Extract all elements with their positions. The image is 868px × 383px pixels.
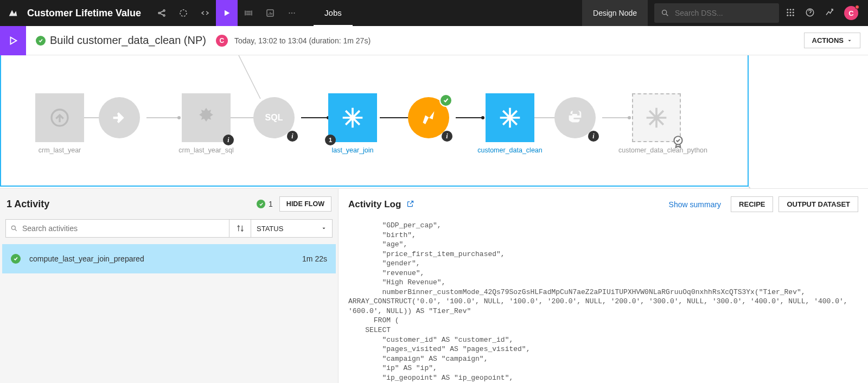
svg-point-15	[787, 14, 788, 16]
search-icon	[661, 9, 669, 17]
node-label: crm_last_year_sql	[168, 146, 244, 154]
recipe-prepare[interactable]: i	[399, 97, 458, 138]
info-badge-icon[interactable]: i	[287, 131, 298, 142]
activity-name: compute_last_year_join_prepared	[29, 254, 302, 263]
status-label: STATUS	[257, 225, 283, 233]
log-content[interactable]: "GDP_per_cap", "birth", "age", "price_fi…	[339, 215, 868, 383]
recipe-python[interactable]: i	[545, 97, 605, 138]
dataset-last-year-join[interactable]: 1 last_year_join	[315, 93, 391, 154]
run-icon[interactable]	[216, 0, 238, 26]
svg-point-14	[793, 11, 794, 13]
flow-canvas[interactable]: crm_last_year i crm_last_year_sql SQL i …	[0, 55, 868, 189]
svg-point-39	[11, 226, 15, 229]
dataset-crm-last-year[interactable]: crm_last_year	[22, 93, 98, 154]
apps-icon[interactable]	[786, 8, 795, 19]
svg-point-11	[793, 9, 794, 10]
activity-filters: STATUS	[0, 219, 338, 244]
node-label: customer_data_clean	[472, 146, 548, 154]
recipe-sync[interactable]	[90, 97, 149, 138]
job-title: Build customer_data_clean (NP)	[50, 34, 206, 47]
node-label: last_year_join	[315, 146, 391, 154]
jobs-tab[interactable]: Jobs	[314, 0, 353, 26]
success-count-value: 1	[269, 200, 273, 208]
actions-label: ACTIONS	[812, 36, 844, 44]
external-link-icon[interactable]	[406, 200, 414, 209]
dataset-customer-data-clean[interactable]: customer_data_clean	[472, 93, 548, 154]
app-logo[interactable]	[0, 0, 26, 26]
info-badge-icon[interactable]: i	[223, 135, 234, 145]
sort-button[interactable]	[229, 219, 251, 238]
dashboard-icon[interactable]	[259, 0, 281, 26]
svg-point-0	[158, 12, 160, 14]
svg-point-3	[180, 10, 187, 16]
svg-point-17	[793, 14, 794, 16]
svg-point-16	[790, 14, 792, 16]
activity-search-input[interactable]	[22, 224, 229, 233]
success-badge-icon	[439, 94, 452, 107]
check-icon	[257, 200, 265, 208]
activity-search[interactable]	[5, 219, 229, 238]
job-header: Build customer_data_clean (NP) C Today, …	[0, 26, 868, 55]
search-icon	[6, 225, 22, 232]
status-dropdown[interactable]: STATUS	[251, 219, 333, 238]
bottom-split: 1 Activity 1 HIDE FLOW STATUS compute_la…	[0, 189, 868, 383]
svg-line-36	[749, 187, 776, 188]
svg-point-12	[787, 11, 788, 13]
info-badge-icon[interactable]: i	[588, 131, 599, 142]
svg-point-6	[291, 12, 292, 14]
notification-dot	[855, 5, 859, 9]
chevron-down-icon	[321, 226, 327, 231]
job-play-icon[interactable]	[0, 26, 26, 55]
search-box[interactable]	[654, 3, 779, 23]
svg-point-13	[790, 11, 792, 13]
count-badge[interactable]: 1	[325, 135, 336, 145]
dataset-crm-last-year-sql[interactable]: i crm_last_year_sql	[168, 93, 244, 154]
node-label: crm_last_year	[22, 146, 98, 154]
log-title: Activity Log	[348, 199, 401, 210]
job-user-avatar[interactable]: C	[216, 35, 228, 47]
stack-icon[interactable]	[238, 0, 259, 26]
svg-point-7	[293, 12, 295, 14]
svg-point-1	[163, 10, 165, 11]
log-pane: Activity Log Show summary RECIPE OUTPUT …	[339, 189, 868, 383]
avatar-initial: C	[848, 9, 853, 17]
job-status-icon	[36, 36, 46, 46]
top-nav: Customer Lifetime Value Jobs Design Node…	[0, 0, 868, 26]
project-name[interactable]: Customer Lifetime Value	[26, 8, 151, 19]
circle-icon[interactable]	[173, 0, 194, 26]
metric-badge-icon[interactable]	[671, 135, 685, 149]
log-header: Activity Log Show summary RECIPE OUTPUT …	[339, 189, 868, 215]
chevron-down-icon	[847, 38, 852, 43]
recipe-button[interactable]: RECIPE	[731, 196, 773, 212]
activity-status-icon	[11, 254, 21, 264]
svg-point-2	[163, 15, 165, 16]
toolbar-group	[151, 0, 303, 26]
more-icon[interactable]	[281, 0, 303, 26]
help-icon[interactable]	[805, 8, 815, 19]
success-count: 1	[257, 200, 273, 208]
trend-icon[interactable]	[825, 8, 834, 19]
svg-point-9	[787, 9, 788, 10]
code-icon[interactable]	[194, 0, 216, 26]
design-node-button[interactable]: Design Node	[582, 0, 648, 26]
job-time: Today, 13:02 to 13:04 (duration: 1m 27s)	[234, 36, 371, 45]
activities-header: 1 Activity 1 HIDE FLOW	[0, 189, 338, 219]
user-avatar[interactable]: C	[844, 6, 858, 20]
show-summary-link[interactable]: Show summary	[669, 200, 721, 209]
svg-point-8	[662, 10, 667, 15]
info-badge-icon[interactable]: i	[442, 131, 452, 142]
topnav-right: C	[786, 6, 868, 20]
svg-point-5	[289, 12, 290, 14]
activity-row[interactable]: compute_last_year_join_prepared 1m 22s	[2, 244, 336, 273]
recipe-sql[interactable]: SQL i	[244, 97, 304, 138]
actions-button[interactable]: ACTIONS	[804, 33, 861, 48]
share-icon[interactable]	[151, 0, 173, 26]
activities-pane: 1 Activity 1 HIDE FLOW STATUS compute_la…	[0, 189, 339, 383]
activities-title: 1 Activity	[7, 199, 257, 210]
svg-point-10	[790, 9, 792, 10]
dataset-customer-data-clean-python[interactable]: customer_data_clean_python	[618, 93, 694, 154]
hide-flow-button[interactable]: HIDE FLOW	[279, 196, 331, 212]
output-dataset-button[interactable]: OUTPUT DATASET	[778, 196, 858, 212]
activity-duration: 1m 22s	[302, 254, 327, 263]
search-input[interactable]	[675, 9, 762, 17]
